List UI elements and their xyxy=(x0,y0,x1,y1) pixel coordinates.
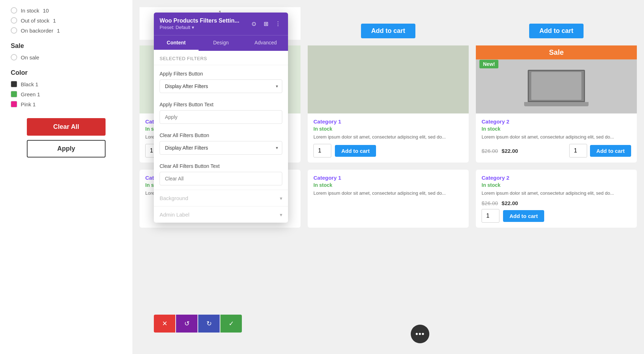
tab-content[interactable]: Content xyxy=(154,35,199,51)
price-old-r2-3: $26.00 xyxy=(482,200,498,206)
apply-filters-button-field: Apply Filters Button Display After Filte… xyxy=(154,67,288,97)
save-button[interactable]: ✓ xyxy=(220,315,242,333)
product-desc-r2-2: Lorem ipsum dolor sit amet, consectetur … xyxy=(313,190,463,197)
apply-filters-text-field: Apply Filters Button Text xyxy=(154,97,288,128)
sidebar-buttons: Clear All Apply xyxy=(11,118,122,157)
clear-all-text-input[interactable] xyxy=(160,172,282,185)
product-stock-2: In stock xyxy=(313,126,463,132)
cancel-button[interactable]: ✕ xyxy=(154,315,175,333)
add-to-cart-button-top-mid[interactable]: Add to cart xyxy=(361,24,415,38)
color-black-swatch[interactable] xyxy=(11,81,17,87)
color-green-swatch[interactable] xyxy=(11,91,17,97)
sale-on-sale-item[interactable]: On sale xyxy=(11,54,122,60)
settings-layout-icon[interactable]: ⊞ xyxy=(262,20,270,28)
stock-out-of-stock-item[interactable]: Out of stock 1 xyxy=(11,17,122,24)
background-label: Background xyxy=(160,195,188,201)
product-stock-r2-2: In stock xyxy=(313,182,463,188)
sale-on-sale-radio[interactable] xyxy=(11,54,17,60)
color-green-label: Green 1 xyxy=(21,91,40,97)
sidebar: In stock 10 Out of stock 1 On backorder … xyxy=(0,0,132,354)
stock-in-stock-count: 10 xyxy=(43,8,49,14)
product-card-r2-3: Category 2 In stock Lorem ipsum dolor si… xyxy=(476,170,637,228)
product-info-r2-3: Category 2 In stock Lorem ipsum dolor si… xyxy=(476,170,637,228)
stock-out-of-stock-label: Out of stock xyxy=(21,18,49,24)
stock-out-of-stock-count: 1 xyxy=(53,18,56,24)
stock-in-stock-radio[interactable] xyxy=(11,7,17,14)
product-info-2: Category 1 In stock Lorem ipsum dolor si… xyxy=(308,113,469,163)
product-image-2 xyxy=(308,45,469,113)
apply-filters-select[interactable]: Display After Filters Always Display Nev… xyxy=(160,79,282,93)
settings-title: Woo Products Filters Settin... xyxy=(160,18,239,24)
color-pink-item[interactable]: Pink 1 xyxy=(11,101,122,107)
color-section-title: Color xyxy=(11,69,122,77)
tab-advanced[interactable]: Advanced xyxy=(243,35,288,51)
settings-more-icon[interactable]: ⋮ xyxy=(274,20,282,28)
settings-body: Selected Filters Apply Filters Button Di… xyxy=(154,51,288,223)
settings-preset[interactable]: Preset: Default ▾ xyxy=(160,25,239,30)
add-to-cart-3[interactable]: Add to cart xyxy=(590,145,631,157)
color-pink-swatch[interactable] xyxy=(11,101,17,107)
selected-filters-label: Selected Filters xyxy=(154,51,288,63)
sidebar-clear-all-button[interactable]: Clear All xyxy=(27,118,106,136)
product-stock-3: In stock xyxy=(482,126,631,132)
price-new-r2-3: $22.00 xyxy=(502,200,518,206)
product-card-3: Sale New! Category 2 In stock Lorem ipsu… xyxy=(476,45,637,163)
add-to-cart-button-top-right[interactable]: Add to cart xyxy=(529,24,583,38)
product-desc-3: Lorem ipsum dolor sit amet, consectetur … xyxy=(482,134,631,140)
stock-on-backorder-radio[interactable] xyxy=(11,27,17,34)
apply-filters-text-input[interactable] xyxy=(160,110,282,124)
clear-all-button-field: Clear All Filters Button Display After F… xyxy=(154,128,288,159)
add-to-cart-r2-3[interactable]: Add to cart xyxy=(503,210,544,222)
color-black-label: Black 1 xyxy=(21,81,38,87)
stock-on-backorder-item[interactable]: On backorder 1 xyxy=(11,27,122,34)
product-price-3: $26.00 $22.00 xyxy=(482,148,518,154)
qty-input-r2-3[interactable] xyxy=(482,209,499,223)
redo-button[interactable]: ↻ xyxy=(198,315,220,333)
stock-on-backorder-count: 1 xyxy=(57,28,60,34)
stock-on-backorder-label: On backorder xyxy=(21,28,53,34)
product-info-r2-2: Category 1 In stock Lorem ipsum dolor si… xyxy=(308,170,469,205)
clear-all-select[interactable]: Display After Filters Always Display Nev… xyxy=(160,141,282,155)
product-price-r2-3: $26.00 $22.00 xyxy=(482,200,631,206)
product-desc-r2-3: Lorem ipsum dolor sit amet, consectetur … xyxy=(482,190,631,197)
sale-section-title: Sale xyxy=(11,42,122,50)
color-black-item[interactable]: Black 1 xyxy=(11,81,122,87)
product-card-2: Category 1 In stock Lorem ipsum dolor si… xyxy=(308,45,469,163)
stock-in-stock-item[interactable]: In stock 10 xyxy=(11,7,122,14)
settings-title-area: Woo Products Filters Settin... Preset: D… xyxy=(160,18,239,30)
bottom-toolbar: ✕ ↺ ↻ ✓ xyxy=(154,315,242,333)
color-pink-label: Pink 1 xyxy=(21,101,36,107)
product-stock-r2-3: In stock xyxy=(482,182,631,188)
undo-button[interactable]: ↺ xyxy=(176,315,197,333)
qty-input-2[interactable] xyxy=(313,144,331,157)
price-old-3: $26.00 xyxy=(482,148,498,154)
tab-design[interactable]: Design xyxy=(199,35,243,51)
product-info-3: Category 2 In stock Lorem ipsum dolor si… xyxy=(476,113,637,163)
settings-expand-icon[interactable]: ⊙ xyxy=(249,20,258,28)
apply-filters-select-wrapper: Display After Filters Always Display Nev… xyxy=(160,79,282,93)
admin-label-text: Admin Label xyxy=(160,212,189,218)
product-card-r2-2: Category 1 In stock Lorem ipsum dolor si… xyxy=(308,170,469,228)
top-product-right: Add to cart xyxy=(476,7,637,40)
floating-dots-button[interactable]: ••• xyxy=(411,325,429,343)
price-new-3: $22.00 xyxy=(502,148,518,154)
qty-input-3[interactable] xyxy=(569,144,587,157)
product-image-3: Sale New! xyxy=(476,45,637,113)
divider-1 xyxy=(154,65,288,65)
product-category-r2-3: Category 2 xyxy=(482,175,631,181)
clear-all-text-field: Clear All Filters Button Text xyxy=(154,159,288,190)
add-to-cart-2[interactable]: Add to cart xyxy=(335,145,376,157)
settings-tabs: Content Design Advanced xyxy=(154,35,288,51)
sidebar-apply-button[interactable]: Apply xyxy=(27,140,106,157)
color-filter-group: Color Black 1 Green 1 Pink 1 xyxy=(11,69,122,107)
settings-header: Woo Products Filters Settin... Preset: D… xyxy=(154,13,288,35)
clear-all-button-label: Clear All Filters Button xyxy=(160,132,282,138)
product-desc-2: Lorem ipsum dolor sit amet, consectetur … xyxy=(313,134,463,140)
top-product-mid: Add to cart xyxy=(308,7,469,40)
background-collapse[interactable]: Background ▾ xyxy=(154,190,288,206)
clear-all-text-label: Clear All Filters Button Text xyxy=(160,163,282,169)
stock-filter-group: In stock 10 Out of stock 1 On backorder … xyxy=(11,7,122,34)
admin-label-collapse[interactable]: Admin Label ▾ xyxy=(154,206,288,223)
stock-out-of-stock-radio[interactable] xyxy=(11,17,17,24)
color-green-item[interactable]: Green 1 xyxy=(11,91,122,97)
